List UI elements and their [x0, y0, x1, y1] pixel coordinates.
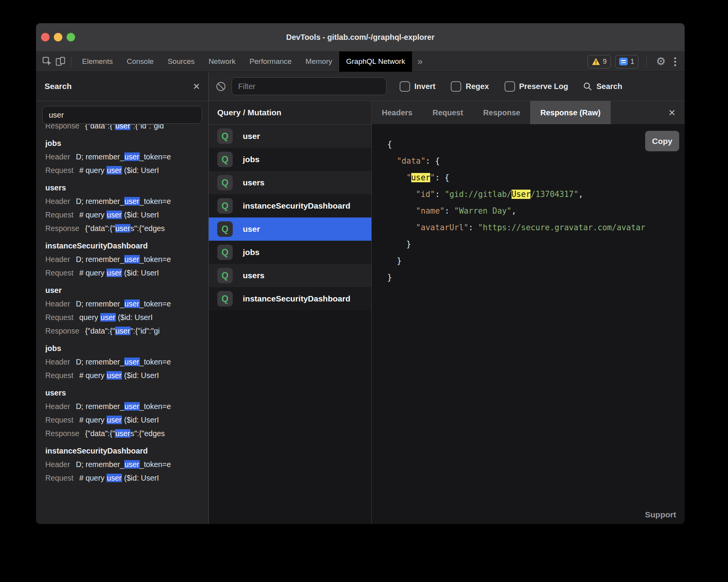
- error-count: 9: [603, 58, 607, 66]
- search-result-line[interactable]: HeaderD; remember_user_token=e: [45, 150, 208, 164]
- search-result-line[interactable]: Request# query user ($id: UserI: [45, 266, 208, 280]
- search-result-group-title: instanceSecurityDashboard: [45, 239, 208, 253]
- search-result-line-label: Request: [45, 166, 74, 175]
- search-match-highlight: user: [124, 402, 140, 411]
- invert-checkbox-box[interactable]: [400, 81, 410, 92]
- devtools-window: DevTools - gitlab.com/-/graphql-explorer…: [36, 23, 685, 524]
- issues-count: 1: [630, 58, 634, 66]
- search-result-group-title: jobs: [45, 137, 208, 150]
- more-tabs-chevron-icon[interactable]: »: [412, 51, 428, 72]
- search-result-line-label: Request: [45, 416, 74, 424]
- invert-checkbox-label: Invert: [414, 82, 435, 91]
- search-match-highlight: user: [115, 327, 130, 335]
- search-result-line-label: Header: [45, 358, 70, 366]
- invert-checkbox[interactable]: Invert: [400, 81, 435, 92]
- close-window-button[interactable]: [41, 33, 50, 41]
- devtools-tab-elements[interactable]: Elements: [75, 51, 120, 72]
- search-result-line-label: Response: [45, 429, 79, 438]
- search-match-highlight: User: [512, 190, 531, 199]
- search-result-line[interactable]: Response{"data":{"users":{"edges: [45, 222, 208, 235]
- search-result-line[interactable]: Response{"data":{"users":{"edges: [45, 427, 208, 440]
- detail-tab-strip: HeadersRequestResponseResponse (Raw) ×: [372, 101, 685, 125]
- network-search-toggle[interactable]: Search: [583, 82, 622, 91]
- devtools-tab-graphql-network[interactable]: GraphQL Network: [339, 51, 412, 72]
- query-list-item-user[interactable]: Quser: [209, 125, 371, 148]
- traffic-lights: [36, 33, 75, 41]
- search-result-line[interactable]: Request# query user ($id: UserI: [45, 164, 208, 177]
- devtools-tab-performance[interactable]: Performance: [242, 51, 299, 72]
- devtools-tab-memory[interactable]: Memory: [299, 51, 339, 72]
- search-match-highlight: user: [106, 416, 122, 424]
- query-type-badge: Q: [217, 245, 233, 260]
- search-result-line[interactable]: HeaderD; remember_user_token=e: [45, 458, 208, 471]
- preserve-log-checkbox-box[interactable]: [505, 81, 515, 92]
- query-list-item-jobs[interactable]: Qjobs: [209, 148, 371, 171]
- search-result-line[interactable]: HeaderD; remember_user_token=e: [45, 297, 208, 311]
- query-type-badge: Q: [217, 291, 233, 306]
- detail-tab-request[interactable]: Request: [422, 101, 473, 124]
- search-result-line[interactable]: HeaderD; remember_user_token=e: [45, 253, 208, 266]
- query-list-item-instancesecuritydashboard[interactable]: QinstanceSecurityDashboard: [209, 194, 371, 217]
- json-line: "user": {: [387, 169, 685, 186]
- minimize-window-button[interactable]: [54, 33, 62, 41]
- title-bar[interactable]: DevTools - gitlab.com/-/graphql-explorer: [36, 23, 685, 51]
- detail-tab-response-raw[interactable]: Response (Raw): [530, 101, 611, 124]
- clear-filter-icon[interactable]: [216, 81, 226, 92]
- preserve-log-checkbox-label: Preserve Log: [519, 82, 568, 91]
- inspect-element-icon[interactable]: [41, 55, 54, 68]
- json-line: }: [387, 253, 685, 269]
- error-count-badge[interactable]: 9: [587, 55, 611, 68]
- search-result-line-label: Request: [45, 474, 74, 482]
- query-list-item-users[interactable]: Qusers: [209, 171, 371, 194]
- search-result-line[interactable]: Request# query user ($id: UserI: [45, 471, 208, 485]
- search-result-line[interactable]: HeaderD; remember_user_token=e: [45, 355, 208, 369]
- query-list-item-users[interactable]: Qusers: [209, 264, 371, 287]
- query-list-item-user[interactable]: Quser: [209, 217, 371, 241]
- search-match-highlight: user: [115, 124, 130, 130]
- detail-tabs: HeadersRequestResponseResponse (Raw): [372, 101, 611, 124]
- search-match-highlight: user: [106, 166, 122, 175]
- devtools-tab-sources[interactable]: Sources: [161, 51, 202, 72]
- search-result-line[interactable]: Request# query user ($id: UserI: [45, 413, 208, 427]
- copy-button[interactable]: Copy: [645, 131, 679, 151]
- detail-tab-response[interactable]: Response: [473, 101, 531, 124]
- search-result-line[interactable]: Request# query user ($id: UserI: [45, 208, 208, 222]
- search-result-line[interactable]: HeaderD; remember_user_token=e: [45, 195, 208, 208]
- search-match-highlight: user: [124, 358, 140, 366]
- search-result-line[interactable]: Requestquery user ($id: UserI: [45, 311, 208, 324]
- close-search-icon[interactable]: ×: [193, 80, 200, 92]
- filter-input[interactable]: [232, 77, 386, 95]
- devtools-tab-console[interactable]: Console: [120, 51, 161, 72]
- zoom-window-button[interactable]: [67, 33, 75, 41]
- query-list-item-jobs[interactable]: Qjobs: [209, 241, 371, 264]
- json-line: }: [387, 269, 685, 286]
- search-result-group-title: instanceSecurityDashboard: [45, 444, 208, 458]
- search-result-line[interactable]: Response{"data":{"user":{"id":"gid: [45, 124, 208, 133]
- detail-tab-headers[interactable]: Headers: [372, 101, 422, 124]
- search-result-line[interactable]: HeaderD; remember_user_token=e: [45, 400, 208, 413]
- query-list-item-label: user: [243, 224, 260, 234]
- json-line: }: [387, 236, 685, 253]
- search-input[interactable]: [42, 106, 202, 124]
- search-result-line-label: Header: [45, 460, 70, 469]
- regex-checkbox[interactable]: Regex: [451, 81, 489, 92]
- settings-gear-icon[interactable]: ⚙: [654, 56, 667, 67]
- search-result-line[interactable]: Response{"data":{"user":{"id":"gi: [45, 324, 208, 338]
- query-list-item-instancesecuritydashboard[interactable]: QinstanceSecurityDashboard: [209, 287, 371, 310]
- issues-count-badge[interactable]: 1: [615, 55, 639, 68]
- regex-checkbox-box[interactable]: [451, 81, 461, 92]
- close-detail-icon[interactable]: ×: [668, 107, 685, 118]
- kebab-menu-icon[interactable]: [671, 57, 679, 66]
- search-match-highlight: user: [106, 371, 122, 380]
- query-type-badge: Q: [217, 268, 233, 283]
- device-toolbar-icon[interactable]: [54, 55, 67, 68]
- query-list-item-label: user: [243, 132, 260, 141]
- json-line: {: [387, 136, 685, 153]
- search-result-group-title: users: [45, 181, 208, 195]
- query-type-badge: Q: [217, 152, 233, 167]
- preserve-log-checkbox[interactable]: Preserve Log: [505, 81, 568, 92]
- search-result-line[interactable]: Request# query user ($id: UserI: [45, 369, 208, 382]
- devtools-tab-network[interactable]: Network: [202, 51, 243, 72]
- support-link[interactable]: Support: [645, 510, 676, 519]
- network-region: InvertRegexPreserve Log Search Query / M…: [209, 72, 685, 524]
